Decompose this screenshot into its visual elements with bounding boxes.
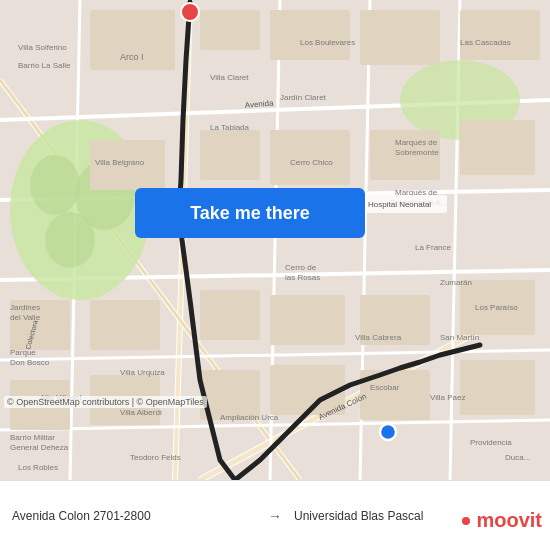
svg-point-17	[30, 155, 80, 215]
svg-text:Providencia: Providencia	[470, 438, 512, 447]
svg-text:Cerro de: Cerro de	[285, 263, 317, 272]
svg-text:Villa Cabrera: Villa Cabrera	[355, 333, 402, 342]
svg-rect-25	[460, 10, 540, 60]
moovit-logo: moovit	[462, 509, 542, 532]
svg-text:Escobar: Escobar	[370, 383, 400, 392]
svg-text:Hospital Neonatal: Hospital Neonatal	[368, 200, 431, 209]
svg-rect-33	[200, 290, 260, 340]
svg-text:Teodoro Felds: Teodoro Felds	[130, 453, 181, 462]
take-me-there-button[interactable]: Take me there	[135, 188, 365, 238]
svg-text:Cerro Chico: Cerro Chico	[290, 158, 333, 167]
svg-rect-34	[270, 295, 345, 345]
map-container: Avenida Colectora Avenida Colón Villa So…	[0, 0, 550, 480]
svg-text:Villa Belgrano: Villa Belgrano	[95, 158, 145, 167]
svg-text:Zumarán: Zumarán	[440, 278, 472, 287]
svg-rect-30	[460, 120, 535, 175]
svg-text:Barrio Militar: Barrio Militar	[10, 433, 55, 442]
svg-text:Sobremonte: Sobremonte	[395, 148, 439, 157]
bottom-bar: Avenida Colon 2701-2800 → Universidad Bl…	[0, 480, 550, 550]
svg-text:Villa Urquiza: Villa Urquiza	[120, 368, 165, 377]
svg-rect-32	[90, 300, 160, 350]
svg-text:Los Paraíso: Los Paraíso	[475, 303, 518, 312]
svg-text:La France: La France	[415, 243, 452, 252]
svg-rect-24	[360, 10, 440, 65]
svg-text:Las Cascadas: Las Cascadas	[460, 38, 511, 47]
svg-rect-27	[200, 130, 260, 180]
svg-text:Arco I: Arco I	[120, 52, 144, 62]
svg-text:General Deheza: General Deheza	[10, 443, 69, 452]
svg-text:Jardín Claret: Jardín Claret	[280, 93, 327, 102]
svg-text:Barrio La Salle: Barrio La Salle	[18, 61, 71, 70]
svg-text:Villa Solferino: Villa Solferino	[18, 43, 67, 52]
svg-text:Marqués de: Marqués de	[395, 138, 438, 147]
svg-point-19	[45, 212, 95, 268]
map-background: Avenida Colectora Avenida Colón Villa So…	[0, 0, 550, 480]
moovit-dot-icon	[462, 517, 470, 525]
svg-text:Villa Claret: Villa Claret	[210, 73, 249, 82]
route-from-label: Avenida Colon 2701-2800	[12, 509, 256, 523]
svg-text:San Martín: San Martín	[440, 333, 479, 342]
svg-text:Los Boulevares: Los Boulevares	[300, 38, 355, 47]
svg-text:Jardines: Jardines	[10, 303, 40, 312]
moovit-logo-text: moovit	[476, 509, 542, 532]
svg-rect-42	[460, 360, 535, 415]
svg-text:Don Bosco: Don Bosco	[10, 358, 50, 367]
svg-text:Parque: Parque	[10, 348, 36, 357]
map-copyright: © OpenStreetMap contributors | © OpenMap…	[4, 396, 207, 408]
svg-text:La Tablada: La Tablada	[210, 123, 250, 132]
svg-rect-22	[200, 10, 260, 50]
svg-text:las Rosas: las Rosas	[285, 273, 320, 282]
svg-text:Villa Alberdi: Villa Alberdi	[120, 408, 162, 417]
svg-text:Duca...: Duca...	[505, 453, 530, 462]
svg-text:del Valle: del Valle	[10, 313, 41, 322]
svg-rect-23	[270, 10, 350, 60]
svg-text:Ampliación Urca: Ampliación Urca	[220, 413, 279, 422]
svg-point-87	[380, 424, 396, 440]
svg-text:Los Robles: Los Robles	[18, 463, 58, 472]
svg-text:Villa Paez: Villa Paez	[430, 393, 465, 402]
route-arrow-icon: →	[268, 508, 282, 524]
